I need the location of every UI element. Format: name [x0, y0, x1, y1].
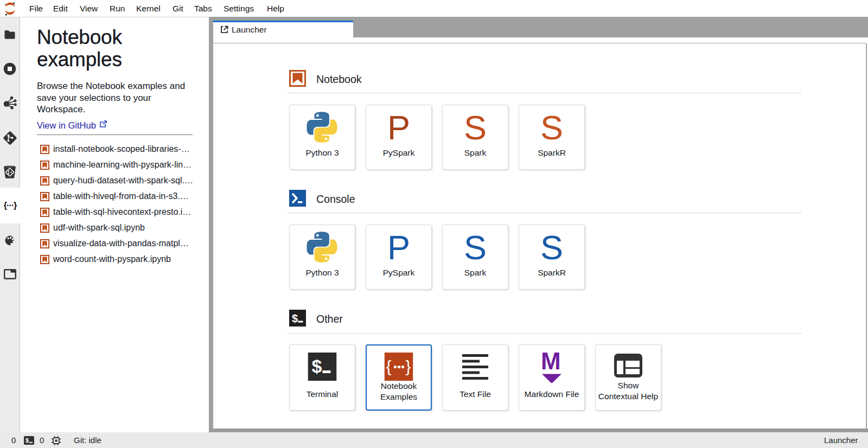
svg-text:}: }: [406, 357, 411, 375]
svg-text:$: $: [312, 356, 322, 376]
svg-text:$: $: [292, 312, 298, 324]
svg-text:M: M: [541, 351, 561, 374]
svg-text:$: $: [25, 437, 29, 444]
svg-text:{: {: [386, 357, 392, 375]
